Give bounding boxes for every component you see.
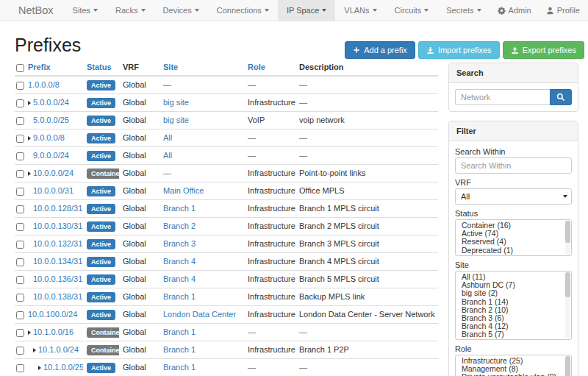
- nav-item-connections[interactable]: Connections: [208, 0, 278, 21]
- prefix-link[interactable]: 10.0.0.136/31: [33, 274, 82, 283]
- row-checkbox[interactable]: [16, 117, 24, 125]
- nav-item-racks[interactable]: Racks: [107, 0, 154, 21]
- import-prefixes-button[interactable]: Import prefixes: [418, 41, 500, 59]
- prefix-cell: 10.1.0.0/25: [24, 359, 83, 376]
- row-checkbox[interactable]: [16, 152, 24, 160]
- select-all-checkbox[interactable]: [16, 64, 24, 72]
- site-link[interactable]: big site: [163, 98, 189, 107]
- row-checkbox[interactable]: [16, 241, 24, 249]
- prefix-link[interactable]: 10.1.0.0/16: [33, 327, 74, 336]
- nav-item-sites[interactable]: Sites: [64, 0, 107, 21]
- filter-option[interactable]: Branch 5 (7): [456, 330, 571, 338]
- prefix-link[interactable]: 10.0.0.130/31: [33, 221, 82, 230]
- prefix-link[interactable]: 9.0.0.0/8: [33, 133, 65, 142]
- prefix-link[interactable]: 5.0.0.0/24: [33, 98, 69, 107]
- row-checkbox[interactable]: [16, 99, 24, 107]
- prefix-link[interactable]: 10.0.0.128/31: [33, 204, 82, 213]
- site-filter-label: Site: [455, 260, 572, 269]
- prefix-link[interactable]: 10.0.0.132/31: [33, 239, 82, 248]
- row-checkbox[interactable]: [16, 188, 24, 196]
- filter-option[interactable]: COLO-1-2A (3): [456, 339, 571, 340]
- row-checkbox[interactable]: [16, 276, 24, 284]
- site-link[interactable]: Branch 2: [163, 221, 196, 230]
- vrf-cell: Global: [119, 288, 159, 306]
- site-link[interactable]: Branch 1: [163, 292, 196, 301]
- nav-item-profile[interactable]: Profile: [539, 0, 587, 21]
- nav-item-circuits[interactable]: Circuits: [386, 0, 438, 21]
- nav-item-label: Sites: [73, 6, 90, 15]
- button-label: Add a prefix: [364, 46, 407, 54]
- add-a-prefix-button[interactable]: Add a prefix: [345, 41, 415, 59]
- vrf-cell: Global: [119, 200, 159, 218]
- vrf-select[interactable]: All: [455, 188, 572, 205]
- description-cell: —: [295, 324, 438, 341]
- vrf-cell: Global: [119, 165, 159, 182]
- site-link[interactable]: All: [163, 151, 172, 160]
- prefix-link[interactable]: 10.0.100.0/24: [28, 310, 77, 319]
- prefix-link[interactable]: 10.0.0.138/31: [33, 292, 82, 301]
- prefix-link[interactable]: 10.0.0.0/24: [33, 169, 74, 177]
- column-header-status[interactable]: Status: [83, 60, 119, 76]
- column-header-prefix[interactable]: Prefix: [24, 60, 83, 76]
- site-link[interactable]: Branch 4: [163, 274, 196, 283]
- filter-option[interactable]: Reserved (4): [456, 238, 571, 246]
- filter-option[interactable]: big site (2): [456, 289, 571, 297]
- prefix-link[interactable]: 10.0.0.0/31: [33, 186, 74, 195]
- site-link[interactable]: Branch 4: [163, 257, 196, 266]
- site-link[interactable]: All: [163, 133, 172, 142]
- status-badge: Active: [87, 292, 115, 302]
- nav-item-ip-space[interactable]: IP Space: [278, 0, 335, 21]
- vrf-cell: Global: [119, 218, 159, 235]
- row-checkbox[interactable]: [16, 258, 24, 266]
- row-checkbox[interactable]: [16, 82, 24, 90]
- role-scrollbar-thumb[interactable]: [565, 356, 570, 376]
- row-checkbox[interactable]: [16, 205, 24, 213]
- export-prefixes-button[interactable]: Export prefixes: [503, 41, 584, 59]
- prefix-link[interactable]: 10.0.0.134/31: [33, 257, 82, 266]
- table-row: 10.0.0.138/31ActiveGlobalBranch 1Infrast…: [15, 288, 438, 306]
- column-header-site[interactable]: Site: [159, 60, 244, 76]
- site-scrollbar-thumb[interactable]: [565, 272, 570, 297]
- filter-option[interactable]: Private unrouteable vlan (0): [456, 373, 571, 376]
- status-badge: Active: [87, 221, 115, 232]
- row-checkbox[interactable]: [16, 364, 24, 372]
- status-badge: Active: [87, 204, 115, 214]
- row-checkbox[interactable]: [16, 347, 24, 355]
- status-scrollbar-thumb[interactable]: [565, 221, 570, 243]
- nav-item-admin[interactable]: Admin: [490, 0, 539, 21]
- site-link[interactable]: Branch 1: [163, 363, 196, 372]
- nav-item-devices[interactable]: Devices: [154, 0, 208, 21]
- nav-item-vlans[interactable]: VLANs: [335, 0, 385, 21]
- search-input[interactable]: [455, 89, 550, 105]
- search-within-input[interactable]: [455, 157, 572, 174]
- prefix-cell: 10.0.0.0/31: [24, 182, 83, 200]
- filter-option[interactable]: Deprecated (1): [456, 246, 571, 255]
- site-link[interactable]: Main Office: [163, 186, 204, 195]
- row-checkbox[interactable]: [16, 329, 24, 337]
- prefix-link[interactable]: 9.0.0.0/24: [33, 151, 69, 160]
- column-header-role[interactable]: Role: [244, 60, 295, 76]
- prefix-link[interactable]: 1.0.0.0/8: [28, 80, 60, 89]
- site-link[interactable]: Branch 1: [163, 204, 196, 213]
- site-link[interactable]: London Data Center: [163, 310, 236, 319]
- nav-item-secrets[interactable]: Secrets: [437, 0, 490, 21]
- search-button[interactable]: [550, 89, 572, 105]
- prefix-link[interactable]: 10.1.0.0/24: [38, 345, 79, 354]
- row-checkbox[interactable]: [16, 135, 24, 143]
- page-content: Add a prefixImport prefixesExport prefix…: [0, 35, 588, 376]
- vrf-cell: Global: [119, 306, 159, 324]
- prefix-link[interactable]: 5.0.0.0/25: [33, 116, 69, 124]
- prefix-link[interactable]: 10.1.0.0/25: [43, 363, 83, 372]
- site-link[interactable]: big site: [163, 116, 189, 124]
- row-checkbox[interactable]: [16, 223, 24, 231]
- page-actions: Add a prefixImport prefixesExport prefix…: [345, 41, 584, 59]
- search-icon: [556, 93, 565, 102]
- site-link[interactable]: Branch 1: [163, 327, 196, 336]
- row-checkbox[interactable]: [16, 170, 24, 178]
- row-checkbox[interactable]: [16, 294, 24, 302]
- brand-logo[interactable]: NetBox: [0, 0, 64, 21]
- site-link[interactable]: Branch 3: [163, 239, 196, 248]
- row-checkbox[interactable]: [16, 311, 24, 319]
- site-link[interactable]: Branch 1: [163, 345, 196, 354]
- vrf-cell: Global: [119, 130, 159, 147]
